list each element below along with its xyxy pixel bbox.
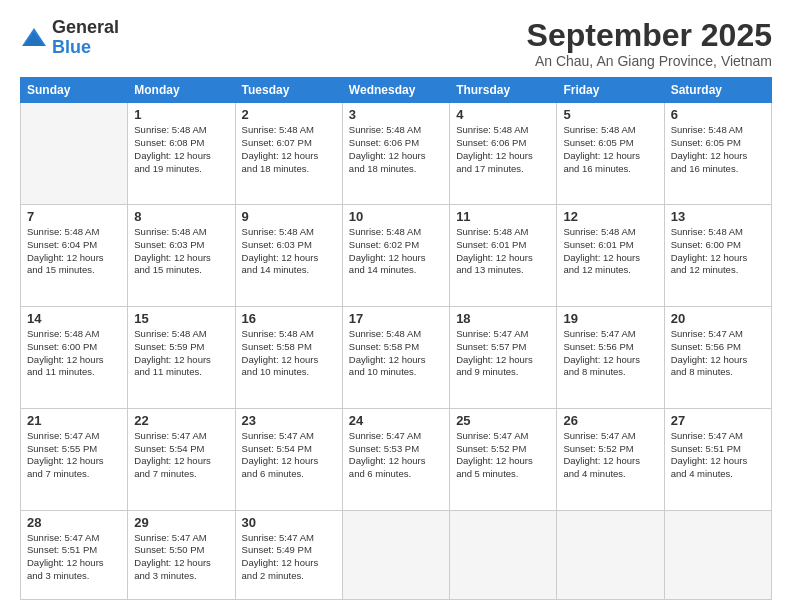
- calendar-cell: 1Sunrise: 5:48 AM Sunset: 6:08 PM Daylig…: [128, 103, 235, 205]
- header: General Blue September 2025 An Chau, An …: [20, 18, 772, 69]
- day-info: Sunrise: 5:47 AM Sunset: 5:52 PM Dayligh…: [456, 430, 550, 481]
- day-info: Sunrise: 5:47 AM Sunset: 5:55 PM Dayligh…: [27, 430, 121, 481]
- day-number: 8: [134, 209, 228, 224]
- calendar-day-header: Thursday: [450, 78, 557, 103]
- day-info: Sunrise: 5:48 AM Sunset: 6:05 PM Dayligh…: [563, 124, 657, 175]
- calendar-cell: 9Sunrise: 5:48 AM Sunset: 6:03 PM Daylig…: [235, 205, 342, 307]
- day-info: Sunrise: 5:47 AM Sunset: 5:51 PM Dayligh…: [671, 430, 765, 481]
- calendar-day-header: Tuesday: [235, 78, 342, 103]
- calendar-day-header: Friday: [557, 78, 664, 103]
- day-info: Sunrise: 5:48 AM Sunset: 5:59 PM Dayligh…: [134, 328, 228, 379]
- day-number: 14: [27, 311, 121, 326]
- day-number: 4: [456, 107, 550, 122]
- day-info: Sunrise: 5:48 AM Sunset: 6:00 PM Dayligh…: [27, 328, 121, 379]
- day-info: Sunrise: 5:47 AM Sunset: 5:54 PM Dayligh…: [242, 430, 336, 481]
- day-info: Sunrise: 5:48 AM Sunset: 5:58 PM Dayligh…: [242, 328, 336, 379]
- day-number: 30: [242, 515, 336, 530]
- calendar-cell: 6Sunrise: 5:48 AM Sunset: 6:05 PM Daylig…: [664, 103, 771, 205]
- page-subtitle: An Chau, An Giang Province, Vietnam: [527, 53, 772, 69]
- day-info: Sunrise: 5:48 AM Sunset: 6:00 PM Dayligh…: [671, 226, 765, 277]
- logo-icon: [20, 24, 48, 52]
- calendar-cell: 23Sunrise: 5:47 AM Sunset: 5:54 PM Dayli…: [235, 408, 342, 510]
- calendar-cell: [664, 510, 771, 599]
- day-number: 23: [242, 413, 336, 428]
- day-info: Sunrise: 5:48 AM Sunset: 6:06 PM Dayligh…: [349, 124, 443, 175]
- day-info: Sunrise: 5:48 AM Sunset: 6:07 PM Dayligh…: [242, 124, 336, 175]
- day-info: Sunrise: 5:47 AM Sunset: 5:52 PM Dayligh…: [563, 430, 657, 481]
- day-number: 20: [671, 311, 765, 326]
- day-info: Sunrise: 5:48 AM Sunset: 6:08 PM Dayligh…: [134, 124, 228, 175]
- day-number: 7: [27, 209, 121, 224]
- day-number: 28: [27, 515, 121, 530]
- day-info: Sunrise: 5:48 AM Sunset: 5:58 PM Dayligh…: [349, 328, 443, 379]
- day-number: 5: [563, 107, 657, 122]
- day-number: 6: [671, 107, 765, 122]
- day-info: Sunrise: 5:47 AM Sunset: 5:57 PM Dayligh…: [456, 328, 550, 379]
- title-block: September 2025 An Chau, An Giang Provinc…: [527, 18, 772, 69]
- calendar-cell: 20Sunrise: 5:47 AM Sunset: 5:56 PM Dayli…: [664, 306, 771, 408]
- calendar-week-row: 7Sunrise: 5:48 AM Sunset: 6:04 PM Daylig…: [21, 205, 772, 307]
- calendar-week-row: 28Sunrise: 5:47 AM Sunset: 5:51 PM Dayli…: [21, 510, 772, 599]
- calendar-cell: 24Sunrise: 5:47 AM Sunset: 5:53 PM Dayli…: [342, 408, 449, 510]
- calendar-cell: 4Sunrise: 5:48 AM Sunset: 6:06 PM Daylig…: [450, 103, 557, 205]
- day-number: 21: [27, 413, 121, 428]
- page-title: September 2025: [527, 18, 772, 53]
- day-number: 2: [242, 107, 336, 122]
- calendar-cell: 5Sunrise: 5:48 AM Sunset: 6:05 PM Daylig…: [557, 103, 664, 205]
- calendar-week-row: 1Sunrise: 5:48 AM Sunset: 6:08 PM Daylig…: [21, 103, 772, 205]
- day-number: 10: [349, 209, 443, 224]
- calendar-cell: 21Sunrise: 5:47 AM Sunset: 5:55 PM Dayli…: [21, 408, 128, 510]
- calendar: SundayMondayTuesdayWednesdayThursdayFrid…: [20, 77, 772, 600]
- calendar-cell: 11Sunrise: 5:48 AM Sunset: 6:01 PM Dayli…: [450, 205, 557, 307]
- calendar-cell: 7Sunrise: 5:48 AM Sunset: 6:04 PM Daylig…: [21, 205, 128, 307]
- calendar-day-header: Sunday: [21, 78, 128, 103]
- day-info: Sunrise: 5:48 AM Sunset: 6:03 PM Dayligh…: [242, 226, 336, 277]
- calendar-cell: 19Sunrise: 5:47 AM Sunset: 5:56 PM Dayli…: [557, 306, 664, 408]
- day-number: 27: [671, 413, 765, 428]
- calendar-cell: 12Sunrise: 5:48 AM Sunset: 6:01 PM Dayli…: [557, 205, 664, 307]
- calendar-cell: 16Sunrise: 5:48 AM Sunset: 5:58 PM Dayli…: [235, 306, 342, 408]
- calendar-cell: [21, 103, 128, 205]
- calendar-cell: [557, 510, 664, 599]
- calendar-cell: 13Sunrise: 5:48 AM Sunset: 6:00 PM Dayli…: [664, 205, 771, 307]
- calendar-cell: 26Sunrise: 5:47 AM Sunset: 5:52 PM Dayli…: [557, 408, 664, 510]
- day-info: Sunrise: 5:48 AM Sunset: 6:01 PM Dayligh…: [563, 226, 657, 277]
- calendar-cell: 28Sunrise: 5:47 AM Sunset: 5:51 PM Dayli…: [21, 510, 128, 599]
- day-info: Sunrise: 5:48 AM Sunset: 6:03 PM Dayligh…: [134, 226, 228, 277]
- day-number: 15: [134, 311, 228, 326]
- calendar-week-row: 14Sunrise: 5:48 AM Sunset: 6:00 PM Dayli…: [21, 306, 772, 408]
- day-number: 3: [349, 107, 443, 122]
- calendar-header-row: SundayMondayTuesdayWednesdayThursdayFrid…: [21, 78, 772, 103]
- logo-text: General Blue: [52, 18, 119, 58]
- day-info: Sunrise: 5:47 AM Sunset: 5:56 PM Dayligh…: [671, 328, 765, 379]
- day-info: Sunrise: 5:48 AM Sunset: 6:06 PM Dayligh…: [456, 124, 550, 175]
- day-number: 17: [349, 311, 443, 326]
- day-number: 18: [456, 311, 550, 326]
- day-info: Sunrise: 5:48 AM Sunset: 6:05 PM Dayligh…: [671, 124, 765, 175]
- day-info: Sunrise: 5:47 AM Sunset: 5:54 PM Dayligh…: [134, 430, 228, 481]
- calendar-cell: 27Sunrise: 5:47 AM Sunset: 5:51 PM Dayli…: [664, 408, 771, 510]
- day-number: 25: [456, 413, 550, 428]
- calendar-cell: [342, 510, 449, 599]
- day-info: Sunrise: 5:48 AM Sunset: 6:04 PM Dayligh…: [27, 226, 121, 277]
- logo: General Blue: [20, 18, 119, 58]
- day-info: Sunrise: 5:47 AM Sunset: 5:56 PM Dayligh…: [563, 328, 657, 379]
- day-info: Sunrise: 5:47 AM Sunset: 5:53 PM Dayligh…: [349, 430, 443, 481]
- day-info: Sunrise: 5:47 AM Sunset: 5:50 PM Dayligh…: [134, 532, 228, 583]
- day-number: 16: [242, 311, 336, 326]
- day-number: 1: [134, 107, 228, 122]
- day-info: Sunrise: 5:48 AM Sunset: 6:01 PM Dayligh…: [456, 226, 550, 277]
- calendar-cell: 25Sunrise: 5:47 AM Sunset: 5:52 PM Dayli…: [450, 408, 557, 510]
- calendar-cell: 17Sunrise: 5:48 AM Sunset: 5:58 PM Dayli…: [342, 306, 449, 408]
- calendar-cell: 8Sunrise: 5:48 AM Sunset: 6:03 PM Daylig…: [128, 205, 235, 307]
- day-number: 24: [349, 413, 443, 428]
- calendar-day-header: Wednesday: [342, 78, 449, 103]
- day-number: 13: [671, 209, 765, 224]
- day-info: Sunrise: 5:47 AM Sunset: 5:49 PM Dayligh…: [242, 532, 336, 583]
- day-number: 22: [134, 413, 228, 428]
- logo-blue: Blue: [52, 37, 91, 57]
- calendar-cell: 22Sunrise: 5:47 AM Sunset: 5:54 PM Dayli…: [128, 408, 235, 510]
- calendar-week-row: 21Sunrise: 5:47 AM Sunset: 5:55 PM Dayli…: [21, 408, 772, 510]
- calendar-cell: 29Sunrise: 5:47 AM Sunset: 5:50 PM Dayli…: [128, 510, 235, 599]
- day-number: 12: [563, 209, 657, 224]
